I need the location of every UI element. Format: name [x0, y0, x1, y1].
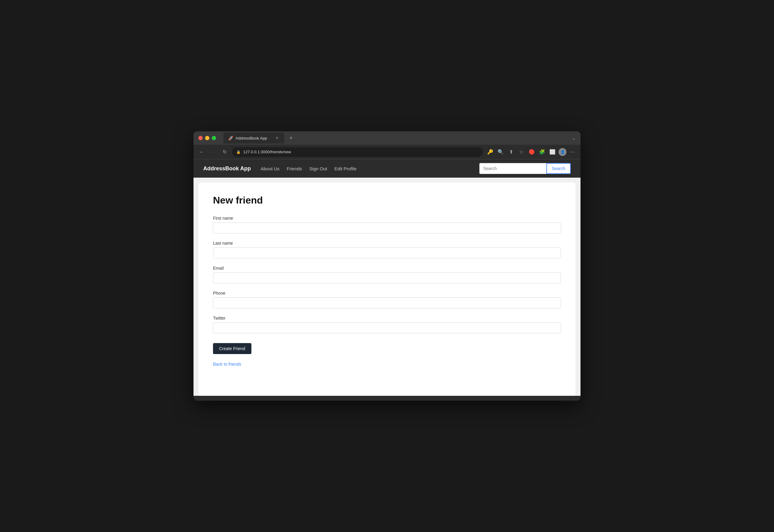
twitter-label: Twitter: [213, 316, 561, 321]
traffic-lights: [198, 136, 216, 140]
key-icon[interactable]: 🔑: [486, 148, 495, 156]
forward-nav-button[interactable]: →: [209, 148, 217, 156]
app-navbar: AddressBook App About Us Friends Sign Ou…: [193, 159, 581, 178]
browser-window: 🚀 AddressBook App ✕ + ⌄ ← → ↻ 🔒 127.0.0.…: [193, 131, 581, 401]
phone-input[interactable]: [213, 297, 561, 308]
search-input[interactable]: [479, 163, 546, 174]
lock-icon: 🔒: [236, 150, 241, 154]
share-icon[interactable]: ⬆: [507, 148, 515, 156]
twitter-input[interactable]: [213, 322, 561, 333]
create-friend-button[interactable]: Create Friend: [213, 343, 251, 354]
phone-label: Phone: [213, 291, 561, 296]
split-view-icon[interactable]: ⬜: [548, 148, 557, 156]
last-name-group: Last name: [213, 241, 561, 258]
refresh-button[interactable]: ↻: [220, 148, 229, 156]
email-group: Email: [213, 266, 561, 283]
address-bar: ← → ↻ 🔒 127.0.0.1:3000/friends/new 🔑 🔍 ⬆…: [193, 145, 581, 159]
tab-bar: 🚀 AddressBook App ✕ +: [223, 133, 568, 144]
window-chevron-icon: ⌄: [572, 136, 576, 140]
search-button[interactable]: Search: [546, 163, 571, 174]
bookmark-icon[interactable]: ☆: [517, 148, 526, 156]
maximize-button[interactable]: [212, 136, 216, 140]
tab-title: AddressBook App: [236, 136, 272, 140]
app-nav-links: About Us Friends Sign Out Edit Profile: [261, 166, 357, 171]
back-to-friends-link[interactable]: Back to friends: [213, 362, 241, 367]
page-content: AddressBook App About Us Friends Sign Ou…: [193, 159, 581, 396]
nav-search: Search: [479, 163, 571, 174]
back-nav-button[interactable]: ←: [197, 148, 206, 156]
first-name-input[interactable]: [213, 222, 561, 233]
browser-actions: 🔑 🔍 ⬆ ☆ 🔴 🧩 ⬜ 👤 ⋯: [486, 148, 577, 156]
first-name-group: First name: [213, 216, 561, 233]
twitter-group: Twitter: [213, 316, 561, 333]
first-name-label: First name: [213, 216, 561, 221]
minimize-button[interactable]: [205, 136, 209, 140]
tab-close-button[interactable]: ✕: [275, 136, 279, 140]
email-input[interactable]: [213, 272, 561, 283]
phone-group: Phone: [213, 291, 561, 308]
app-brand[interactable]: AddressBook App: [203, 165, 251, 172]
nav-link-about-us[interactable]: About Us: [261, 166, 279, 171]
more-options-icon[interactable]: ⋯: [568, 148, 577, 156]
extensions-icon[interactable]: 🧩: [538, 148, 546, 156]
browser-tab-active[interactable]: 🚀 AddressBook App ✕: [223, 133, 284, 144]
address-url-text: 127.0.0.1:3000/friends/new: [243, 150, 479, 154]
tab-favicon-icon: 🚀: [228, 136, 233, 140]
email-label: Email: [213, 266, 561, 271]
close-button[interactable]: [198, 136, 203, 140]
search-icon[interactable]: 🔍: [496, 148, 505, 156]
nav-link-edit-profile[interactable]: Edit Profile: [334, 166, 357, 171]
profile-avatar[interactable]: 👤: [559, 148, 566, 156]
nav-link-sign-out[interactable]: Sign Out: [309, 166, 327, 171]
title-bar: 🚀 AddressBook App ✕ + ⌄: [193, 131, 581, 145]
last-name-label: Last name: [213, 241, 561, 246]
new-tab-button[interactable]: +: [287, 134, 295, 142]
address-bar-input-wrapper[interactable]: 🔒 127.0.0.1:3000/friends/new: [232, 147, 483, 157]
page-title: New friend: [213, 195, 561, 206]
nav-link-friends[interactable]: Friends: [287, 166, 302, 171]
last-name-input[interactable]: [213, 247, 561, 258]
extension-red-icon[interactable]: 🔴: [527, 148, 536, 156]
main-content: New friend First name Last name Email Ph…: [198, 183, 576, 396]
